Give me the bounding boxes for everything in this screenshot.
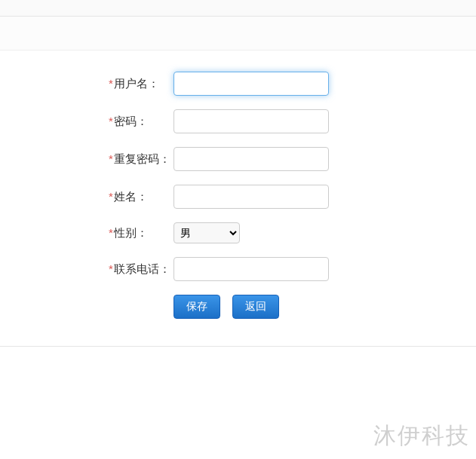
gender-select[interactable]: 男 — [174, 222, 240, 243]
button-row: 保存 返回 — [0, 295, 476, 319]
save-button[interactable]: 保存 — [174, 295, 220, 319]
form-row-name: *姓名： — [0, 185, 476, 209]
phone-input[interactable] — [174, 257, 329, 281]
username-label: *用户名： — [109, 77, 174, 91]
phone-label-text: 联系电话： — [114, 262, 170, 275]
password-label-text: 密码： — [114, 115, 148, 127]
form-row-username: *用户名： — [0, 72, 476, 96]
back-button[interactable]: 返回 — [232, 295, 279, 319]
required-mark: * — [109, 262, 113, 275]
watermark: 沐伊科技 — [373, 421, 470, 451]
password-confirm-label-text: 重复密码： — [114, 152, 170, 165]
password-confirm-label: *重复密码： — [109, 152, 174, 167]
header-bar — [0, 0, 476, 17]
required-mark: * — [109, 226, 113, 239]
required-mark: * — [109, 190, 113, 203]
gender-label: *性别： — [109, 226, 174, 240]
name-label-text: 姓名： — [114, 190, 148, 203]
password-confirm-input[interactable] — [174, 147, 329, 171]
username-input[interactable] — [174, 72, 329, 96]
password-label: *密码： — [109, 115, 174, 129]
required-mark: * — [109, 115, 113, 127]
form-row-phone: *联系电话： — [0, 257, 476, 281]
form-row-password: *密码： — [0, 109, 476, 133]
form-row-gender: *性别： 男 — [0, 222, 476, 243]
username-label-text: 用户名： — [114, 77, 159, 90]
form-container: *用户名： *密码： *重复密码： *姓名： *性别： 男 *联系电话： — [0, 50, 476, 347]
required-mark: * — [109, 77, 113, 90]
gender-label-text: 性别： — [114, 226, 148, 239]
form-row-password-confirm: *重复密码： — [0, 147, 476, 171]
sub-header — [0, 17, 476, 50]
required-mark: * — [109, 152, 113, 165]
phone-label: *联系电话： — [109, 262, 174, 277]
password-input[interactable] — [174, 109, 329, 133]
name-input[interactable] — [174, 185, 329, 209]
name-label: *姓名： — [109, 190, 174, 204]
